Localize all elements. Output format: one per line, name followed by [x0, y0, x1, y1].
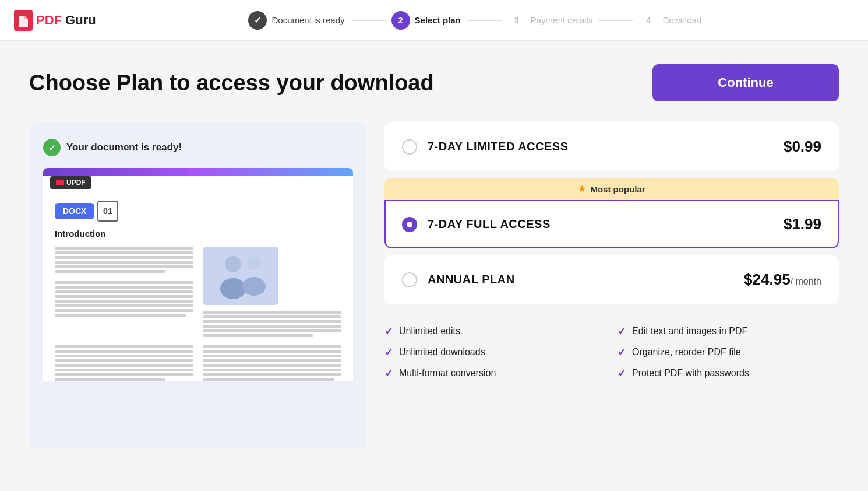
logo[interactable]: PDF Guru: [14, 10, 96, 31]
doc-line: [203, 325, 341, 328]
feature-6-text: Protect PDF with passwords: [632, 368, 749, 378]
feature-2-text: Edit text and images in PDF: [632, 326, 747, 336]
plans-area: 7-DAY LIMITED ACCESS $0.99 ★ Most popula…: [367, 122, 839, 380]
step-4: 4 Download: [639, 11, 701, 30]
doc-line: [203, 334, 313, 337]
doc-lines-right: [203, 311, 341, 337]
feature-5: ✓ Multi-format conversion: [384, 367, 606, 380]
radio-annual[interactable]: [402, 272, 417, 287]
doc-lines-left-2: [55, 345, 193, 381]
doc-line: [55, 281, 193, 284]
doc-body: [55, 247, 341, 337]
most-popular-banner: ★ Most popular: [384, 178, 839, 200]
step-divider-2: [467, 20, 502, 21]
svg-point-2: [225, 256, 241, 272]
step-4-circle: 4: [639, 11, 658, 30]
doc-line: [55, 345, 193, 348]
plan-annual-name: ANNUAL PLAN: [428, 273, 515, 286]
step-1-circle: ✓: [248, 11, 267, 30]
doc-line: [55, 295, 193, 298]
doc-ready-check-icon: ✓: [43, 139, 61, 156]
doc-body-2: [55, 345, 341, 381]
plan-7day-full-name: 7-DAY FULL ACCESS: [428, 218, 551, 231]
doc-line: [203, 355, 341, 357]
doc-line: [55, 300, 193, 303]
page-header: Choose Plan to access your download Cont…: [29, 64, 839, 101]
plan-7day-full-price: $1.99: [784, 215, 821, 233]
radio-7day-full[interactable]: [402, 217, 417, 232]
step-2: 2 Select plan: [391, 11, 461, 30]
plan-7day-full[interactable]: 7-DAY FULL ACCESS $1.99: [384, 200, 839, 248]
doc-line: [203, 329, 341, 332]
check-icon-6: ✓: [618, 367, 626, 380]
doc-line: [203, 364, 341, 367]
plan-7day-limited-price: $0.99: [784, 138, 821, 156]
plan-left-full: 7-DAY FULL ACCESS: [402, 217, 551, 232]
doc-line: [203, 373, 341, 376]
doc-image-svg: [203, 247, 278, 305]
plan-annual[interactable]: ANNUAL PLAN $24.95/ month: [384, 255, 839, 304]
plan-7day-limited[interactable]: 7-DAY LIMITED ACCESS $0.99: [384, 122, 839, 171]
step-1: ✓ Document is ready: [248, 11, 344, 30]
check-icon-2: ✓: [618, 325, 626, 338]
doc-line: [55, 369, 193, 371]
check-icon-3: ✓: [384, 346, 393, 359]
doc-text-left-2: [55, 345, 193, 381]
plan-left: 7-DAY LIMITED ACCESS: [402, 139, 569, 155]
continue-button[interactable]: Continue: [652, 64, 839, 101]
radio-7day-limited[interactable]: [402, 139, 417, 155]
most-popular-label: Most popular: [590, 184, 645, 194]
doc-text-left: [55, 247, 193, 337]
doc-line: [55, 261, 193, 264]
doc-line: [203, 320, 341, 323]
feature-4: ✓ Organize, reorder PDF file: [618, 346, 839, 359]
svg-point-4: [247, 256, 261, 270]
doc-intro-title: Introduction: [55, 229, 341, 239]
svg-point-3: [220, 278, 246, 299]
plan-group-popular: ★ Most popular 7-DAY FULL ACCESS $1.99: [384, 178, 839, 248]
step-2-label: Select plan: [415, 15, 461, 25]
step-2-circle: 2: [391, 11, 410, 30]
doc-line: [203, 378, 334, 381]
doc-ready-banner: ✓ Your document is ready!: [43, 139, 353, 156]
doc-top-bar: [43, 168, 353, 176]
doc-line: [55, 314, 186, 317]
check-icon-5: ✓: [384, 367, 393, 380]
check-icon-4: ✓: [618, 346, 626, 359]
doc-line: [55, 304, 193, 307]
feature-1-text: Unlimited edits: [399, 326, 460, 336]
feature-4-text: Organize, reorder PDF file: [632, 347, 741, 357]
doc-line: [203, 345, 341, 348]
doc-line: [55, 286, 193, 289]
doc-line: [203, 315, 341, 318]
step-1-label: Document is ready: [271, 15, 344, 25]
doc-line: [55, 270, 165, 273]
doc-line: [55, 350, 193, 353]
docx-label: DOCX: [55, 203, 94, 219]
doc-section-num: 01: [97, 201, 118, 222]
doc-image: [203, 247, 278, 305]
doc-line: [55, 265, 193, 268]
plan-annual-price: $24.95/ month: [744, 271, 821, 289]
doc-updf-badge: UPDF: [50, 176, 91, 189]
doc-line: [203, 359, 341, 362]
step-divider-3: [598, 20, 633, 21]
radio-inner: [407, 222, 412, 227]
doc-line: [203, 369, 341, 371]
feature-2: ✓ Edit text and images in PDF: [618, 325, 839, 338]
steps-nav: ✓ Document is ready 2 Select plan 3 Paym…: [248, 11, 701, 30]
doc-line: [55, 290, 193, 293]
doc-inner: UPDF DOCX 01 Introduction: [43, 168, 353, 381]
step-4-label: Download: [662, 15, 701, 25]
doc-text-right-2: [203, 345, 341, 381]
doc-line: [203, 311, 341, 314]
check-icon-1: ✓: [384, 325, 393, 338]
doc-line: [55, 364, 193, 367]
doc-line: [55, 359, 193, 362]
plan-7day-limited-name: 7-DAY LIMITED ACCESS: [428, 140, 569, 153]
doc-badge-icon: [56, 180, 64, 185]
features-grid: ✓ Unlimited edits ✓ Edit text and images…: [384, 311, 839, 380]
plan-left-annual: ANNUAL PLAN: [402, 272, 515, 287]
doc-text-right: [203, 247, 341, 337]
doc-line: [55, 309, 193, 312]
